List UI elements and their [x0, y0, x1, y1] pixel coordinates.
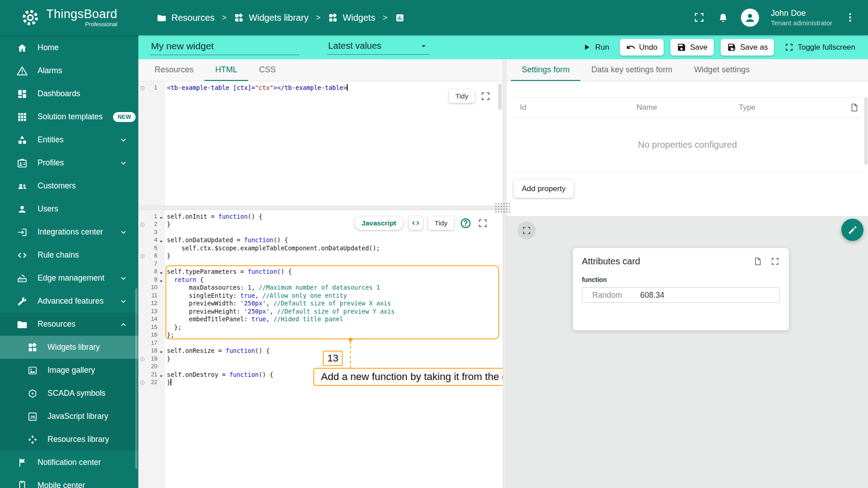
preview-fullscreen-button[interactable] — [518, 221, 536, 239]
code-snippets-button[interactable] — [409, 216, 423, 230]
sidebar-item-entities[interactable]: Entities — [0, 128, 138, 151]
sidebar-item-javascript-library[interactable]: JSJavaScript library — [0, 405, 138, 428]
code-line-6: 6} — [138, 252, 503, 260]
chevron-down-icon — [118, 158, 128, 168]
chevron-up-icon — [118, 319, 128, 329]
fold-caret-icon[interactable] — [159, 349, 164, 354]
step-number-badge: 13 — [323, 351, 343, 366]
horizontal-splitter[interactable] — [138, 206, 503, 210]
sidebar-item-edge-management[interactable]: Edge management — [0, 267, 138, 290]
file-icon[interactable] — [849, 103, 859, 113]
fullscreen-icon[interactable] — [770, 257, 780, 266]
tidy-button[interactable]: Tidy — [449, 89, 475, 103]
sidebar-item-label: Resources library — [47, 435, 109, 444]
fullscreen-icon[interactable] — [477, 218, 488, 229]
js-code-editor[interactable]: 1self.onInit = function() {2}34self.onDa… — [138, 210, 503, 488]
edit-widget-fab[interactable] — [841, 219, 863, 241]
sidebar-item-notification-center[interactable]: Notification center — [0, 451, 138, 474]
fold-caret-icon[interactable] — [159, 238, 164, 243]
sidebar-item-widgets-library[interactable]: Widgets library — [0, 336, 138, 359]
sidebar-item-home[interactable]: Home — [0, 36, 138, 59]
save-button[interactable]: Save — [670, 39, 714, 56]
column-header-name: Name — [637, 103, 739, 112]
line-number: 12 — [146, 300, 157, 306]
sidebar-item-mobile-center[interactable]: Mobile center — [0, 474, 138, 488]
breadcrumb-item-resources[interactable]: Resources — [156, 13, 215, 23]
sidebar-item-label: Widgets library — [47, 343, 100, 352]
sidebar-item-integrations-center[interactable]: Integrations center — [0, 221, 138, 244]
html-editor-scrollbar[interactable] — [498, 84, 502, 110]
breadcrumb-item-widgets-library[interactable]: Widgets library — [234, 13, 308, 23]
tab-css[interactable]: CSS — [248, 59, 287, 81]
category-icon — [16, 134, 28, 146]
save-as-button[interactable]: Save as — [721, 39, 774, 56]
sidebar-item-image-gallery[interactable]: Image gallery — [0, 359, 138, 382]
fullscreen-icon[interactable] — [480, 91, 491, 102]
add-property-button[interactable]: Add property — [514, 180, 574, 198]
user-info: John Doe Tenant administrator — [771, 8, 832, 28]
sidebar-item-customers[interactable]: Customers — [0, 174, 138, 197]
sidebar-item-solution-templates[interactable]: Solution templatesNEW — [0, 105, 138, 128]
sidebar-item-resources-library[interactable]: Resources library — [0, 428, 138, 451]
fold-caret-icon[interactable] — [159, 373, 164, 378]
breadcrumb-item-widgets[interactable]: Widgets — [328, 13, 375, 23]
undo-button[interactable]: Undo — [620, 39, 664, 56]
fold-caret-icon[interactable] — [159, 215, 164, 220]
notifications-bell-icon[interactable] — [717, 11, 729, 23]
sidebar-item-users[interactable]: Users — [0, 197, 138, 221]
sidebar-item-alarms[interactable]: Alarms — [0, 59, 138, 82]
sidebar-item-dashboards[interactable]: Dashboards — [0, 82, 138, 105]
fold-caret-icon[interactable] — [159, 270, 164, 275]
sidebar-item-label: Home — [38, 43, 59, 52]
tidy-button[interactable]: Tidy — [428, 216, 454, 230]
tab-widget-settings[interactable]: Widget settings — [683, 59, 760, 81]
text-cursor — [170, 379, 171, 385]
toggle-fullscreen-button[interactable]: Toggle fullscreen — [781, 39, 859, 56]
line-number: 13 — [146, 308, 157, 314]
line-number: 17 — [146, 340, 157, 346]
settings-column: Settings formData key settings formWidge… — [506, 59, 868, 488]
tab-settings-form[interactable]: Settings form — [511, 59, 580, 81]
info-icon — [140, 380, 145, 385]
settings-scrollbar[interactable] — [864, 97, 868, 165]
sidebar-item-resources[interactable]: Resources — [0, 313, 138, 336]
scada-icon — [27, 388, 38, 399]
mobile-icon — [16, 480, 28, 488]
breadcrumb-item-item[interactable] — [395, 13, 405, 23]
line-number: 21 — [146, 371, 157, 378]
tab-data-key-settings-form[interactable]: Data key settings form — [580, 59, 683, 81]
widget-preview: Attributes card function Random 608.34 — [506, 216, 868, 488]
language-chip[interactable]: Javascript — [354, 216, 404, 230]
vertical-splitter[interactable] — [503, 59, 506, 488]
html-code-editor[interactable]: 1<tb-example-table [ctx]="ctx"></tb-exam… — [138, 81, 503, 206]
sidebar-item-label: SCADA symbols — [47, 389, 105, 398]
apps-icon — [16, 111, 28, 123]
people-icon — [16, 180, 28, 192]
help-icon[interactable] — [459, 217, 472, 230]
file-icon[interactable] — [753, 257, 763, 266]
undo-icon — [626, 42, 636, 52]
widget-type-select[interactable]: Latest values — [327, 40, 429, 55]
code-line-10: 10 maxDatasources: 1, //Maximum number o… — [138, 284, 503, 292]
avatar[interactable] — [741, 9, 759, 27]
sidebar-item-rule-chains[interactable]: Rule chains — [0, 244, 138, 267]
tab-html[interactable]: HTML — [204, 59, 248, 81]
info-icon — [140, 253, 145, 258]
person-icon — [16, 203, 28, 215]
router-icon — [16, 272, 28, 284]
warning-icon — [16, 65, 28, 77]
app-logo[interactable]: ThingsBoard Professional — [0, 7, 138, 28]
header-actions: John Doe Tenant administrator — [693, 8, 868, 28]
widget-name-input[interactable]: My new widget — [150, 40, 299, 55]
splitter-grip[interactable] — [495, 202, 510, 213]
library-icon — [27, 434, 38, 445]
fullscreen-icon[interactable] — [693, 11, 705, 23]
sidebar-item-advanced-features[interactable]: Advanced features — [0, 290, 138, 313]
fold-caret-icon[interactable] — [159, 278, 164, 283]
sidebar-item-profiles[interactable]: Profiles — [0, 151, 138, 174]
more-menu-icon[interactable] — [844, 11, 856, 23]
tab-resources[interactable]: Resources — [144, 59, 204, 81]
svg-text:JS: JS — [30, 414, 35, 419]
sidebar-item-scada-symbols[interactable]: SCADA symbols — [0, 382, 138, 405]
run-button[interactable]: Run — [578, 39, 613, 56]
